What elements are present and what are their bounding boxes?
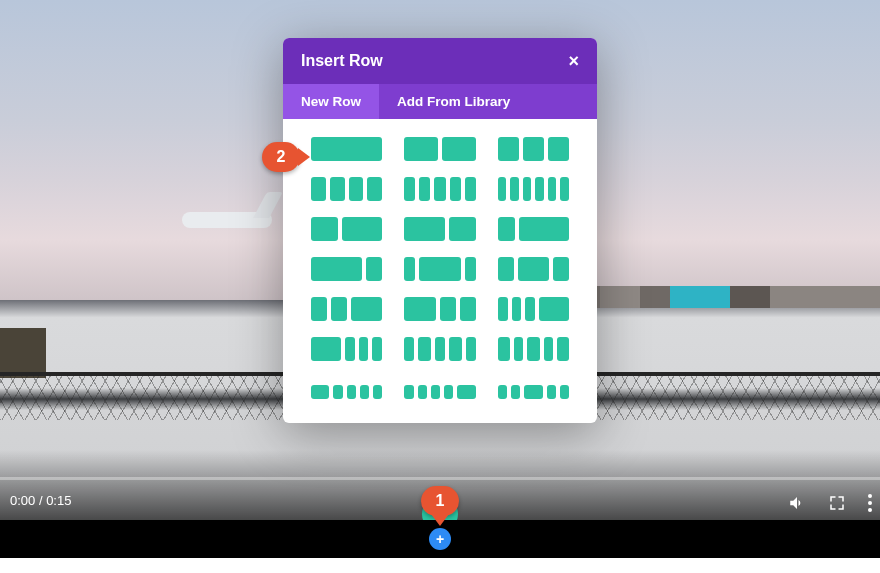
layout-2col[interactable] — [404, 137, 475, 161]
layout-3col[interactable] — [498, 137, 569, 161]
layout-1-3[interactable] — [498, 217, 569, 241]
layout-14-1-14-1-14[interactable] — [498, 337, 569, 361]
layout-3-1-1-1[interactable] — [311, 337, 382, 361]
close-icon[interactable]: × — [568, 52, 579, 70]
annotation-2: 2 — [262, 142, 300, 172]
fullscreen-icon[interactable] — [828, 494, 846, 512]
layout-6col[interactable] — [498, 177, 569, 201]
layout-thin-1-1-2-1-1[interactable] — [498, 385, 569, 399]
modal-tabs: New Row Add From Library — [283, 84, 597, 119]
layout-2-5[interactable] — [311, 217, 382, 241]
layout-2-1-1[interactable] — [404, 297, 475, 321]
video-controls-right — [788, 494, 872, 512]
tab-new-row[interactable]: New Row — [283, 84, 379, 119]
layout-1-1-1-3[interactable] — [498, 297, 569, 321]
volume-icon[interactable] — [788, 494, 806, 512]
more-options-icon[interactable] — [868, 494, 872, 512]
video-time: 0:00 / 0:15 — [10, 493, 71, 508]
annotation-1: 1 — [421, 486, 459, 516]
layout-1-14-1-14-1[interactable] — [404, 337, 475, 361]
layout-1-2-1[interactable] — [498, 257, 569, 281]
layout-5-2[interactable] — [404, 217, 475, 241]
tab-add-from-library[interactable]: Add From Library — [379, 84, 528, 119]
modal-title: Insert Row — [301, 52, 383, 70]
layout-thin-1-1-1-1-2[interactable] — [404, 385, 475, 399]
layout-thin-2-1-1-1-1[interactable] — [311, 385, 382, 399]
layout-1col[interactable] — [311, 137, 382, 161]
layout-4col[interactable] — [311, 177, 382, 201]
modal-header: Insert Row × New Row Add From Library — [283, 38, 597, 119]
layout-1-1-2[interactable] — [311, 297, 382, 321]
row-layout-grid-thin — [283, 385, 597, 423]
add-section-button[interactable]: + — [429, 528, 451, 550]
layout-3-1[interactable] — [311, 257, 382, 281]
layout-5col[interactable] — [404, 177, 475, 201]
row-layout-grid — [283, 119, 597, 385]
layout-1-4-1[interactable] — [404, 257, 475, 281]
video-progress-bar[interactable] — [0, 477, 880, 480]
insert-row-modal: Insert Row × New Row Add From Library — [283, 38, 597, 423]
